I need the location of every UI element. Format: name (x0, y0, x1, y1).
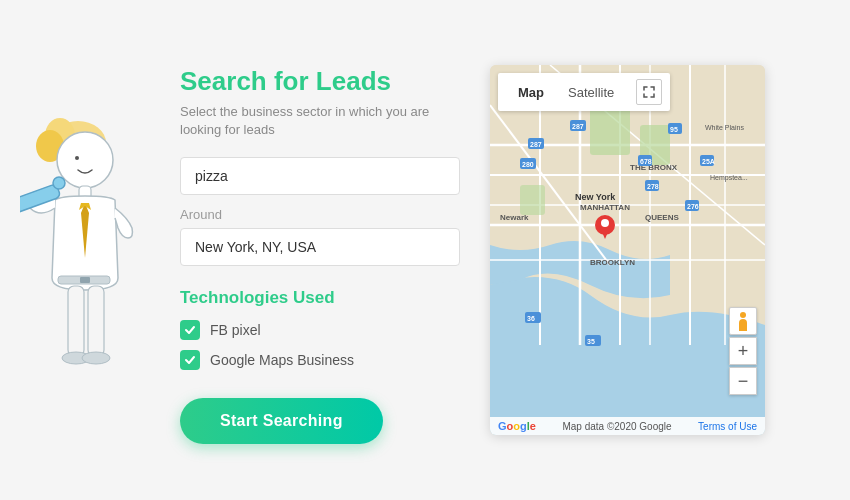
map-tab-satellite[interactable]: Satellite (556, 80, 626, 105)
fb-pixel-label: FB pixel (210, 322, 261, 338)
svg-text:THE BRONX: THE BRONX (630, 163, 678, 172)
svg-point-4 (75, 156, 79, 160)
map-zoom-controls: + − (729, 337, 757, 395)
page-subtitle: Select the business sector in which you … (180, 103, 460, 139)
svg-point-16 (82, 352, 110, 364)
expand-icon (643, 86, 655, 98)
google-logo: Google (498, 420, 536, 432)
form-section: Search for Leads Select the business sec… (180, 56, 460, 444)
svg-point-3 (57, 132, 113, 188)
zoom-in-button[interactable]: + (729, 337, 757, 365)
svg-text:New York: New York (575, 192, 616, 202)
map-terms-link[interactable]: Terms of Use (698, 421, 757, 432)
svg-point-65 (740, 312, 746, 318)
svg-text:Hempstea...: Hempstea... (710, 174, 748, 182)
svg-text:678: 678 (640, 158, 652, 165)
svg-text:MANHATTAN: MANHATTAN (580, 203, 630, 212)
person-icon (735, 311, 751, 331)
svg-text:287: 287 (572, 123, 584, 130)
map-toolbar: Map Satellite (498, 73, 670, 111)
map-tab-map[interactable]: Map (506, 80, 556, 105)
around-label: Around (180, 207, 460, 222)
svg-text:Newark: Newark (500, 213, 529, 222)
character-illustration (20, 98, 160, 422)
map-section: THE BRONX MANHATTAN QUEENS BROOKLYN Newa… (490, 65, 765, 435)
technologies-title: Technologies Used (180, 288, 460, 308)
svg-point-64 (601, 219, 609, 227)
google-maps-checkbox[interactable] (180, 350, 200, 370)
svg-point-12 (53, 177, 65, 189)
svg-rect-14 (88, 286, 104, 356)
svg-text:95: 95 (670, 126, 678, 133)
technology-google-maps[interactable]: Google Maps Business (180, 350, 460, 370)
main-container: Search for Leads Select the business sec… (0, 0, 850, 500)
street-view-button[interactable] (729, 307, 757, 335)
google-maps-label: Google Maps Business (210, 352, 354, 368)
map-data-credit: Map data ©2020 Google (562, 421, 671, 432)
map-expand-button[interactable] (636, 79, 662, 105)
fb-pixel-checkbox[interactable] (180, 320, 200, 340)
svg-text:36: 36 (527, 315, 535, 322)
svg-rect-33 (520, 185, 545, 215)
svg-text:White Plains: White Plains (705, 124, 744, 131)
svg-text:276: 276 (687, 203, 699, 210)
svg-rect-13 (68, 286, 84, 356)
svg-text:280: 280 (522, 161, 534, 168)
svg-text:287: 287 (530, 141, 542, 148)
search-input[interactable] (180, 157, 460, 195)
svg-text:35: 35 (587, 338, 595, 345)
map-footer: Google Map data ©2020 Google Terms of Us… (490, 417, 765, 435)
svg-text:278: 278 (647, 183, 659, 190)
svg-text:BROOKLYN: BROOKLYN (590, 258, 635, 267)
zoom-out-button[interactable]: − (729, 367, 757, 395)
page-title: Search for Leads (180, 66, 460, 97)
start-searching-button[interactable]: Start Searching (180, 398, 383, 444)
svg-text:QUEENS: QUEENS (645, 213, 679, 222)
svg-text:25A: 25A (702, 158, 715, 165)
location-input[interactable] (180, 228, 460, 266)
svg-rect-9 (80, 277, 90, 283)
technology-fb-pixel[interactable]: FB pixel (180, 320, 460, 340)
